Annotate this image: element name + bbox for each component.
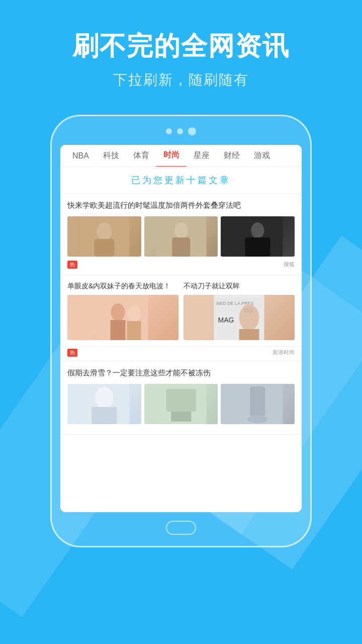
dot-1 (166, 128, 172, 134)
svg-point-10 (111, 303, 125, 321)
svg-rect-27 (250, 386, 265, 417)
phone-screen: NBA 科技 体育 时尚 星座 财经 游戏 (60, 145, 302, 512)
news-item-1[interactable]: 快来学欧美超流行的时髦温度加倍两件外套叠穿法吧 (60, 194, 302, 275)
phone-mockup: NBA 科技 体育 时尚 星座 财经 游戏 (50, 115, 312, 547)
phone-home-button (166, 521, 196, 535)
dot-camera (188, 127, 196, 135)
news-image-1-2 (144, 216, 218, 257)
svg-rect-22 (92, 407, 117, 424)
news-item-2[interactable]: 单眼皮&内双妹子的春天放电波！ 不动刀子就让双眸 (60, 275, 302, 347)
news-col-image-left (67, 295, 178, 340)
svg-rect-24 (166, 389, 196, 412)
svg-rect-5 (172, 237, 190, 257)
svg-text:MAG: MAG (218, 316, 234, 324)
news-image-1-1 (67, 216, 141, 257)
svg-text:OG·: OG· (244, 307, 254, 313)
refresh-text: 已为您更新十篇文章 (131, 175, 231, 185)
svg-point-1 (97, 222, 112, 240)
svg-rect-17 (239, 329, 259, 340)
news-title-1: 快来学欧美超流行的时髦温度加倍两件外套叠穿法吧 (67, 200, 295, 211)
svg-rect-8 (245, 237, 270, 257)
news-col-image-right: NED DE LA PRES MAG OG· (184, 295, 295, 340)
phone-speaker (166, 127, 196, 135)
news-col-left: 单眼皮&内双妹子的春天放电波！ (67, 281, 178, 341)
tab-xingzuo[interactable]: 星座 (187, 145, 217, 167)
tab-tiyu[interactable]: 体育 (126, 145, 156, 167)
tab-shishang[interactable]: 时尚 (156, 145, 187, 167)
refresh-banner: 已为您更新十篇文章 (60, 167, 302, 194)
news-image-3-3 (221, 384, 295, 424)
news-images-1 (67, 216, 295, 257)
news-col-title-right: 不动刀子就让双眸 (184, 281, 295, 291)
news-image-1-3 (221, 216, 295, 257)
news-list: 快来学欧美超流行的时髦温度加倍两件外套叠穿法吧 (60, 194, 302, 435)
svg-point-7 (251, 222, 264, 238)
hot-badge-2: 热 (67, 349, 77, 357)
news-meta-2: 热 新浪时尚 (60, 347, 302, 361)
tab-keji[interactable]: 科技 (96, 145, 126, 167)
svg-point-21 (95, 387, 113, 409)
nav-tabs: NBA 科技 体育 时尚 星座 财经 游戏 (60, 145, 302, 167)
tab-youxi[interactable]: 游戏 (247, 145, 277, 167)
hot-badge-1: 热 (67, 261, 77, 269)
svg-rect-2 (94, 239, 114, 257)
news-images-3 (67, 384, 295, 424)
news-item-3[interactable]: 假期去滑雪？一定要注意这些才能不被冻伤 (60, 361, 302, 435)
tab-nba[interactable]: NBA (65, 145, 96, 167)
news-col-right: 不动刀子就让双眸 NED DE LA PRES MAG OG· (184, 281, 295, 341)
news-image-3-1 (67, 384, 141, 424)
sub-title: 下拉刷新，随刷随有 (113, 70, 249, 90)
svg-rect-25 (171, 412, 191, 422)
tab-caijing[interactable]: 财经 (217, 145, 247, 167)
news-title-3: 假期去滑雪？一定要注意这些才能不被冻伤 (67, 367, 295, 379)
svg-point-28 (248, 415, 268, 423)
news-col-title-left: 单眼皮&内双妹子的春天放电波！ (67, 281, 178, 291)
source-2: 新浪时尚 (273, 349, 295, 357)
news-image-3-2 (144, 384, 218, 424)
svg-point-12 (128, 305, 141, 323)
news-meta-1: 热 搜狐 (67, 261, 295, 269)
main-content: 刷不完的全网资讯 下拉刷新，随刷随有 NBA 科技 体育 (0, 0, 362, 547)
dot-2 (177, 128, 183, 134)
source-1: 搜狐 (284, 261, 295, 268)
svg-point-4 (174, 222, 188, 238)
svg-rect-13 (127, 321, 141, 340)
svg-rect-11 (111, 320, 126, 340)
main-title: 刷不完的全网资讯 (72, 30, 290, 61)
